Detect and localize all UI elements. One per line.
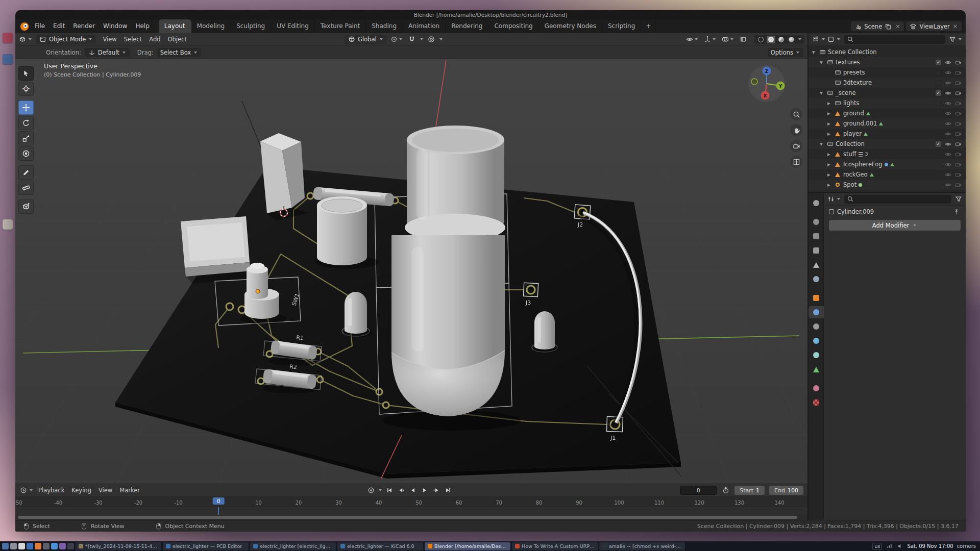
- taskbar-launcher-1[interactable]: [2, 543, 9, 549]
- expander-icon[interactable]: ▼: [818, 91, 824, 95]
- outliner-row-collection[interactable]: ▼Collection✓: [808, 139, 966, 149]
- camera-icon[interactable]: [954, 110, 962, 117]
- timeline-editor-icon[interactable]: [19, 486, 28, 494]
- workspace-tab-uv-editing[interactable]: UV Editing: [271, 19, 315, 33]
- properties-editor-chevron-icon[interactable]: [837, 198, 840, 200]
- filter-icon[interactable]: [948, 35, 957, 43]
- properties-tab-material[interactable]: [808, 382, 824, 394]
- desktop-shortcut-3[interactable]: [3, 219, 13, 230]
- expander-icon[interactable]: ▶: [826, 162, 832, 167]
- previous-keyframe-button[interactable]: [396, 486, 407, 495]
- connector-j3[interactable]: [523, 283, 538, 296]
- properties-tab-world[interactable]: [808, 273, 824, 285]
- eye-icon[interactable]: [944, 59, 951, 66]
- scrollbar-thumb[interactable]: [18, 516, 797, 519]
- viewport-menu-select[interactable]: Select: [120, 33, 145, 46]
- shading-rendered-button[interactable]: [787, 36, 796, 43]
- eye-icon[interactable]: [944, 69, 951, 76]
- taskbar-launcher-9[interactable]: [67, 543, 74, 549]
- taskbar-launcher-8[interactable]: [59, 543, 66, 549]
- properties-search-input[interactable]: [844, 195, 951, 204]
- navigation-gizmo[interactable]: Z Y X: [747, 64, 786, 103]
- workspace-tab-texture-paint[interactable]: Texture Paint: [315, 19, 366, 33]
- snap-options-chevron-icon[interactable]: [420, 38, 423, 40]
- viewport-menu-add[interactable]: Add: [145, 33, 164, 46]
- taskbar-clock[interactable]: Sat, 09 Nov 17:00: [907, 543, 953, 549]
- eye-icon[interactable]: [944, 140, 951, 147]
- pivot-point-dropdown[interactable]: [388, 34, 405, 44]
- pan-hand-button[interactable]: [790, 124, 802, 136]
- orientation-dropdown[interactable]: Default: [85, 48, 130, 57]
- camera-icon[interactable]: [954, 140, 962, 147]
- timeline-editor-chevron-icon[interactable]: [30, 489, 33, 491]
- outliner-row-ground[interactable]: ▶ground: [808, 108, 966, 118]
- eye-icon[interactable]: [944, 130, 951, 137]
- workspace-tab-sculpting[interactable]: Sculpting: [231, 19, 271, 33]
- desktop-shortcut-2[interactable]: [3, 54, 13, 64]
- network-icon[interactable]: [886, 543, 893, 550]
- tool-rotate[interactable]: [18, 116, 34, 130]
- proportional-edit-toggle[interactable]: [426, 34, 437, 44]
- expander-icon[interactable]: ▶: [826, 152, 832, 157]
- outliner-search-input[interactable]: [844, 35, 945, 44]
- tool-cursor[interactable]: [18, 82, 34, 96]
- timeline-ruler[interactable]: 0 -50-40-30-20-1001020304050607080901001…: [15, 497, 807, 507]
- taskbar-window-amalie-chmod-x-w[interactable]: amalie ~ [chmod +x weird-internet-issues…: [599, 542, 685, 550]
- mode-dropdown[interactable]: Object Mode: [36, 35, 96, 44]
- eye-icon[interactable]: [944, 151, 951, 158]
- outliner-editor-chevron-icon[interactable]: [822, 38, 825, 40]
- properties-tab-scene[interactable]: [808, 259, 824, 271]
- volume-icon[interactable]: [896, 543, 903, 550]
- preview-range-icon[interactable]: [722, 486, 730, 494]
- drag-dropdown[interactable]: Select Box: [157, 48, 202, 57]
- taskbar-launcher-7[interactable]: [51, 543, 58, 549]
- snap-toggle[interactable]: [406, 34, 418, 44]
- camera-icon[interactable]: [954, 181, 962, 188]
- properties-tab-modifiers[interactable]: [808, 306, 824, 318]
- properties-tab-tool[interactable]: [808, 197, 824, 209]
- menu-help[interactable]: Help: [131, 20, 153, 33]
- camera-icon[interactable]: [954, 79, 962, 86]
- outliner-row-stuff[interactable]: ▶stuff3: [808, 149, 966, 159]
- taskbar-window-how-to-write-a-custo[interactable]: How To Write A Custom URP Shader With DO…: [512, 542, 598, 550]
- expander-icon[interactable]: ▶: [826, 101, 832, 106]
- outliner-row-3dtexture[interactable]: 3dtexture: [808, 78, 966, 88]
- gizmos-dropdown[interactable]: [702, 34, 718, 44]
- tool-add-cube[interactable]: [18, 199, 34, 214]
- tool-scale[interactable]: [18, 131, 34, 145]
- frame-end-field[interactable]: End 100: [769, 486, 803, 495]
- next-keyframe-button[interactable]: [431, 486, 442, 495]
- expander-icon[interactable]: ▶: [826, 172, 832, 177]
- properties-tab-view-layer[interactable]: [808, 244, 824, 257]
- tool-measure[interactable]: [18, 181, 34, 195]
- camera-icon[interactable]: [954, 130, 962, 137]
- timeline-menu-marker[interactable]: Marker: [116, 484, 143, 497]
- viewport-3d[interactable]: Object Mode ViewSelectAddObject Global: [15, 33, 807, 484]
- toggle-ortho-button[interactable]: [790, 156, 802, 168]
- properties-tab-texture[interactable]: [808, 396, 824, 409]
- jump-to-start-button[interactable]: [384, 486, 395, 495]
- taskbar-launcher-2[interactable]: [10, 543, 17, 549]
- outliner-editor-icon[interactable]: [812, 35, 820, 43]
- workspace-tab-geometry-nodes[interactable]: Geometry Nodes: [539, 19, 602, 33]
- keying-options-chevron-icon[interactable]: [379, 489, 382, 491]
- play-button[interactable]: [419, 486, 430, 495]
- transform-orientation-dropdown[interactable]: Global: [345, 35, 387, 44]
- taskbar-window-twily-2024-11-09-1[interactable]: *[twily_2024-11-09-15-11-47_crop] (expor…: [76, 542, 161, 550]
- display-mode-chevron-icon[interactable]: [837, 38, 840, 40]
- timeline-track-area[interactable]: [15, 507, 807, 515]
- auto-keying-toggle[interactable]: [365, 485, 377, 495]
- outliner-row-textures[interactable]: ▼textures✓: [808, 57, 966, 67]
- viewport-menu-object[interactable]: Object: [164, 33, 190, 46]
- workspace-tab-modeling[interactable]: Modeling: [191, 19, 231, 33]
- taskbar-launcher-5[interactable]: [35, 543, 41, 549]
- workspace-tab-rendering[interactable]: Rendering: [446, 19, 488, 33]
- timeline-menu-playback[interactable]: Playback: [35, 484, 68, 497]
- expander-icon[interactable]: ▶: [826, 111, 832, 116]
- checkbox-icon[interactable]: ✓: [936, 90, 941, 96]
- camera-icon[interactable]: [954, 171, 962, 178]
- properties-tab-object[interactable]: [808, 292, 824, 304]
- expander-icon[interactable]: ▼: [818, 142, 824, 146]
- outliner-row-lights[interactable]: ▶lights: [808, 98, 966, 108]
- breadcrumb-object-name[interactable]: Cylinder.009: [837, 208, 874, 215]
